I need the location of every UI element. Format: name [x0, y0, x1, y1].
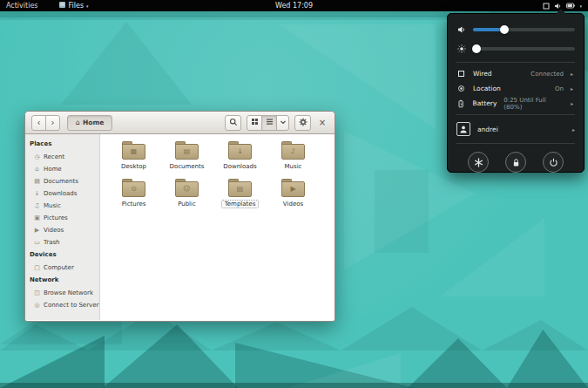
- sidebar-item-label: Recent: [44, 153, 64, 160]
- separator: [456, 62, 575, 63]
- menu-item-user[interactable]: andrei ▸: [456, 119, 575, 140]
- sidebar-item-recent[interactable]: ◷ Recent: [25, 151, 99, 163]
- menu-item-label: Location: [473, 85, 501, 92]
- app-menu-files[interactable]: Files ▾: [55, 0, 92, 11]
- files-window: ‹ › ⌂ Home: [24, 111, 335, 322]
- menu-item-value: 0:25 Until Full (80%): [504, 97, 564, 111]
- home-icon: ⌂: [76, 119, 80, 126]
- folder-music[interactable]: ♪ Music: [267, 141, 320, 171]
- separator: [456, 114, 575, 115]
- folder-label: Documents: [166, 162, 208, 171]
- volume-slider-fill: [473, 28, 504, 31]
- system-actions: [456, 147, 575, 173]
- sidebar-item-label: Downloads: [44, 190, 77, 197]
- close-button[interactable]: ×: [316, 115, 328, 131]
- user-name: andrei: [477, 126, 498, 133]
- chevron-down-icon: ▾: [86, 3, 89, 9]
- wired-network-icon: [543, 3, 550, 10]
- documents-emblem-icon: ▤: [184, 148, 191, 155]
- sidebar-item-home[interactable]: ⌂ Home: [25, 163, 99, 175]
- folder-videos[interactable]: ▶ Videos: [267, 179, 320, 208]
- chevron-down-icon: ▾: [579, 3, 582, 9]
- list-view-button[interactable]: [261, 115, 277, 131]
- sidebar-item-label: Browse Network: [44, 289, 93, 296]
- lock-button[interactable]: [505, 152, 526, 173]
- folder-pictures[interactable]: ⊙ Pictures: [107, 179, 160, 208]
- desktop-emblem-icon: ▦: [131, 148, 138, 155]
- sidebar-item-trash[interactable]: ▭ Trash: [25, 236, 99, 248]
- submenu-arrow-icon: ▸: [571, 100, 575, 106]
- folder-templates[interactable]: ▤ Templates: [213, 179, 267, 208]
- folder-label: Music: [281, 162, 306, 171]
- list-view-icon: [266, 118, 274, 127]
- search-button[interactable]: [225, 115, 241, 131]
- folder-label: Downloads: [220, 162, 260, 171]
- menu-item-battery[interactable]: Battery 0:25 Until Full (80%) ▸: [456, 96, 575, 111]
- header-bar: ‹ › ⌂ Home: [25, 112, 335, 134]
- brightness-slider-handle[interactable]: [472, 44, 481, 53]
- power-icon: [549, 154, 558, 171]
- network-icon: ◫: [33, 289, 41, 296]
- grid-view-button[interactable]: [247, 115, 262, 131]
- folder-label: Desktop: [118, 162, 150, 171]
- sidebar-item-label: Computer: [44, 264, 74, 271]
- activities-button[interactable]: Activities: [0, 0, 44, 11]
- search-icon: [229, 118, 238, 128]
- sidebar-item-documents[interactable]: ▤ Documents: [25, 175, 99, 187]
- downloads-icon: ↓: [33, 190, 41, 197]
- folder-label: Pictures: [118, 200, 150, 208]
- settings-icon: [474, 154, 483, 171]
- sidebar-item-downloads[interactable]: ↓ Downloads: [25, 187, 99, 200]
- back-button[interactable]: ‹: [31, 115, 46, 131]
- sidebar-item-browse-network[interactable]: ◫ Browse Network: [25, 287, 99, 299]
- clock[interactable]: Wed 17:09: [275, 2, 313, 10]
- view-options-button[interactable]: [276, 115, 289, 131]
- folder-icon: ⊙: [122, 179, 145, 197]
- sidebar-item-connect-to-server[interactable]: ◎ Connect to Server: [25, 299, 99, 311]
- submenu-arrow-icon: ▸: [572, 126, 575, 133]
- menu-item-location[interactable]: Location On ▸: [456, 81, 575, 96]
- wired-network-icon: [456, 70, 466, 78]
- downloads-emblem-icon: ↓: [237, 148, 243, 155]
- battery-icon: [566, 3, 575, 9]
- sidebar-item-videos[interactable]: ▶ Videos: [25, 224, 99, 236]
- lock-icon: [511, 154, 521, 171]
- sidebar-item-pictures[interactable]: ▣ Pictures: [25, 212, 99, 224]
- desktop: Activities Files ▾ Wed 17:09 ▾ ‹: [0, 0, 588, 388]
- user-avatar-icon: [456, 122, 470, 136]
- gear-icon: [299, 118, 308, 128]
- folder-downloads[interactable]: ↓ Downloads: [213, 141, 267, 171]
- brightness-icon: [456, 44, 466, 53]
- brightness-slider[interactable]: [473, 47, 575, 51]
- settings-button[interactable]: [468, 152, 489, 173]
- popover-arrow: [556, 9, 566, 14]
- templates-emblem-icon: ▤: [237, 186, 244, 193]
- menu-item-value: On: [555, 85, 564, 92]
- submenu-arrow-icon: ▸: [571, 85, 575, 92]
- sidebar-item-label: Music: [44, 202, 61, 209]
- forward-button[interactable]: ›: [45, 115, 60, 131]
- music-icon: ♫: [33, 202, 41, 209]
- sidebar-item-label: Home: [44, 166, 62, 173]
- pictures-icon: ▣: [33, 214, 41, 221]
- recent-icon: ◷: [33, 153, 41, 160]
- power-button[interactable]: [543, 152, 564, 173]
- folder-label: Public: [174, 200, 199, 208]
- documents-icon: ▤: [33, 178, 41, 185]
- file-list-area: ▦ Desktop ▤ Documents ↓ Downloads ♪ Musi…: [100, 134, 335, 320]
- breadcrumb-home-button[interactable]: ⌂ Home: [67, 115, 112, 131]
- volume-slider[interactable]: [473, 28, 575, 31]
- brightness-slider-row: [456, 39, 575, 58]
- menu-button[interactable]: [294, 115, 311, 131]
- volume-slider-row: [456, 20, 575, 39]
- sidebar-item-computer[interactable]: ▢ Computer: [25, 262, 99, 274]
- folder-public[interactable]: ☺ Public: [160, 179, 213, 208]
- sidebar-item-music[interactable]: ♫ Music: [25, 200, 99, 212]
- volume-slider-handle[interactable]: [500, 25, 509, 34]
- top-bar: Activities Files ▾ Wed 17:09 ▾: [0, 0, 588, 11]
- folder-documents[interactable]: ▤ Documents: [160, 141, 213, 171]
- brightness-slider-fill: [473, 47, 476, 51]
- menu-item-wired[interactable]: Wired Connected ▸: [456, 66, 575, 81]
- folder-desktop[interactable]: ▦ Desktop: [107, 141, 160, 171]
- sidebar-item-label: Documents: [44, 178, 78, 185]
